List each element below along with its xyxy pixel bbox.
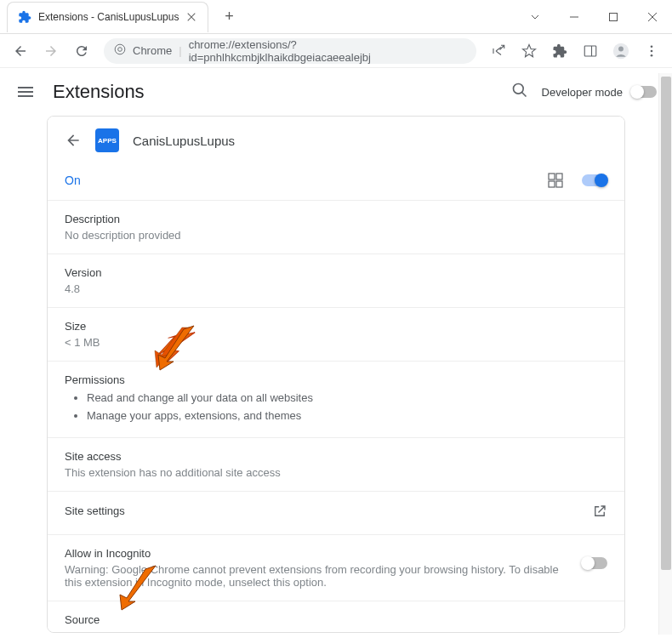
source-value: Not from Chrome Web Store. bbox=[65, 629, 607, 633]
size-value: < 1 MB bbox=[65, 336, 607, 349]
svg-rect-13 bbox=[556, 174, 562, 179]
back-button[interactable] bbox=[7, 37, 34, 65]
chrome-icon bbox=[114, 43, 126, 58]
hamburger-icon[interactable] bbox=[15, 82, 36, 102]
description-value: No description provided bbox=[65, 229, 607, 242]
svg-point-1 bbox=[115, 44, 125, 54]
version-label: Version bbox=[65, 266, 607, 279]
share-icon[interactable] bbox=[485, 37, 512, 65]
extensions-header: Extensions Developer mode bbox=[0, 68, 672, 116]
svg-marker-16 bbox=[158, 326, 194, 370]
svg-marker-17 bbox=[120, 566, 156, 610]
search-icon[interactable] bbox=[511, 82, 528, 102]
svg-rect-15 bbox=[556, 181, 562, 187]
menu-icon[interactable] bbox=[638, 37, 665, 65]
scrollbar-thumb[interactable] bbox=[661, 77, 671, 570]
extension-detail-card: APPS CanisLupusLupus On Description No d… bbox=[47, 116, 625, 633]
permission-item: Manage your apps, extensions, and themes bbox=[87, 407, 607, 425]
svg-rect-0 bbox=[610, 13, 618, 20]
developer-mode: Developer mode bbox=[542, 86, 657, 99]
address-bar[interactable]: Chrome | chrome://extensions/?id=pnhlhkc… bbox=[104, 38, 476, 64]
permissions-label: Permissions bbox=[65, 373, 607, 386]
chrome-chip: Chrome bbox=[133, 44, 172, 57]
url-text: chrome://extensions/?id=pnhlhkcmbjklhaik… bbox=[189, 38, 466, 64]
tab-title: Extensions - CanisLupusLupus bbox=[38, 11, 179, 23]
grid-icon[interactable] bbox=[548, 173, 563, 188]
reload-button[interactable] bbox=[68, 37, 95, 65]
profile-icon[interactable] bbox=[607, 37, 635, 65]
extension-app-icon: APPS bbox=[95, 128, 119, 152]
sidepanel-icon[interactable] bbox=[577, 37, 604, 65]
svg-line-11 bbox=[521, 93, 526, 97]
version-value: 4.8 bbox=[65, 282, 607, 295]
back-arrow-icon[interactable] bbox=[65, 132, 82, 149]
site-settings-row[interactable]: Site settings bbox=[48, 492, 624, 535]
close-icon[interactable] bbox=[185, 11, 197, 23]
open-external-icon bbox=[592, 504, 607, 522]
forward-button[interactable] bbox=[37, 37, 65, 65]
enable-toggle[interactable] bbox=[582, 174, 607, 186]
maximize-button[interactable] bbox=[594, 3, 633, 31]
incognito-label: Allow in Incognito bbox=[65, 547, 565, 560]
size-label: Size bbox=[65, 320, 607, 333]
chevron-down-icon[interactable] bbox=[515, 3, 555, 31]
incognito-toggle[interactable] bbox=[582, 557, 607, 569]
source-label: Source bbox=[65, 613, 607, 626]
minimize-button[interactable] bbox=[555, 3, 594, 31]
description-label: Description bbox=[65, 213, 607, 225]
extension-name: CanisLupusLupus bbox=[133, 134, 235, 148]
page-title: Extensions bbox=[53, 81, 145, 103]
close-button[interactable] bbox=[633, 3, 672, 31]
developer-mode-toggle[interactable] bbox=[631, 86, 657, 98]
star-icon[interactable] bbox=[515, 37, 543, 65]
annotation-arrow-source bbox=[111, 561, 162, 612]
browser-tab[interactable]: Extensions - CanisLupusLupus bbox=[7, 2, 208, 32]
developer-mode-label: Developer mode bbox=[542, 86, 623, 99]
extensions-icon[interactable] bbox=[546, 37, 573, 65]
siteaccess-label: Site access bbox=[65, 450, 607, 463]
toolbar: Chrome | chrome://extensions/?id=pnhlhkc… bbox=[0, 34, 672, 68]
svg-point-9 bbox=[651, 54, 653, 56]
svg-point-6 bbox=[618, 46, 624, 51]
sitesettings-label: Site settings bbox=[65, 504, 125, 517]
annotation-arrow-permissions bbox=[150, 321, 201, 372]
svg-rect-14 bbox=[549, 181, 555, 187]
titlebar: Extensions - CanisLupusLupus + bbox=[0, 0, 672, 34]
svg-point-10 bbox=[513, 84, 523, 94]
svg-point-7 bbox=[651, 45, 653, 48]
window-controls bbox=[515, 3, 672, 31]
svg-point-8 bbox=[651, 49, 653, 52]
permission-item: Read and change all your data on all web… bbox=[87, 390, 607, 407]
scrollbar[interactable] bbox=[658, 73, 672, 635]
extension-icon bbox=[18, 10, 31, 24]
status-label: On bbox=[65, 174, 81, 187]
permissions-list: Read and change all your data on all web… bbox=[65, 390, 607, 425]
svg-point-2 bbox=[118, 48, 122, 52]
siteaccess-value: This extension has no additional site ac… bbox=[65, 466, 607, 479]
svg-rect-3 bbox=[584, 46, 596, 56]
svg-rect-12 bbox=[549, 174, 555, 179]
new-tab-button[interactable]: + bbox=[217, 5, 241, 29]
